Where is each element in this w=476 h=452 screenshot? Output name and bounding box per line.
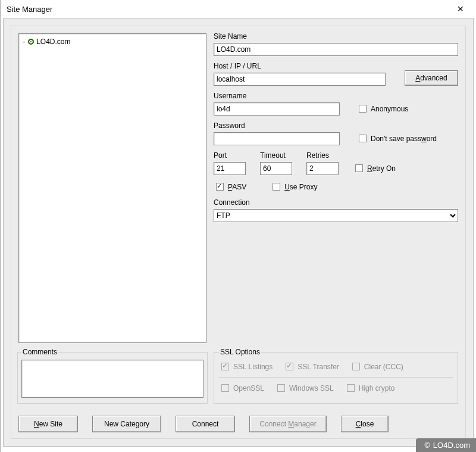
host-input[interactable] — [214, 73, 386, 86]
watermark: © LO4D.com — [416, 438, 476, 452]
retryon-checkbox[interactable] — [355, 164, 363, 172]
connect-button[interactable]: Connect — [176, 416, 235, 432]
highcrypto-checkbox — [347, 384, 355, 392]
dontsave-label: Don't save password — [371, 135, 437, 143]
site-icon — [28, 39, 34, 45]
port-label: Port — [214, 151, 246, 160]
ssl-listings-checkbox — [221, 363, 229, 370]
comments-legend: Comments — [21, 348, 58, 356]
winssl-checkbox — [277, 384, 285, 392]
comments-fieldset: Comments — [17, 348, 208, 404]
port-input[interactable] — [214, 162, 246, 175]
ssl-transfer-label: SSL Transfer — [298, 363, 339, 371]
site-tree[interactable]: ···· LO4D.com — [18, 33, 206, 343]
username-label: Username — [214, 92, 340, 100]
password-label: Password — [214, 121, 340, 130]
retries-input[interactable] — [306, 162, 339, 175]
comments-textarea[interactable] — [21, 360, 203, 398]
ssl-fieldset: SSL Options SSL Listings SSL Transfer Cl… — [214, 348, 458, 404]
copyright-icon: © — [424, 441, 430, 450]
connection-label: Connection — [214, 198, 458, 207]
anonymous-label: Anonymous — [371, 105, 408, 113]
retries-label: Retries — [306, 151, 339, 160]
password-input[interactable] — [214, 132, 340, 145]
ssl-clear-label: Clear (CCC) — [364, 363, 403, 371]
ssl-clear-checkbox — [352, 363, 360, 370]
useproxy-checkbox[interactable] — [273, 183, 280, 191]
pasv-checkbox[interactable] — [216, 183, 224, 191]
close-icon[interactable]: ✕ — [449, 4, 472, 14]
retryon-label: Retry On — [367, 164, 396, 173]
host-label: Host / IP / URL — [214, 62, 386, 70]
window-title: Site Manager — [7, 5, 52, 14]
details-pane: Site Name Host / IP / URL Advanced Usern… — [214, 32, 458, 228]
ssl-transfer-checkbox — [286, 363, 293, 370]
useproxy-label: Use Proxy — [284, 183, 317, 191]
tree-item-label: LO4D.com — [36, 38, 70, 46]
dontsave-checkbox[interactable] — [359, 135, 367, 142]
tree-item[interactable]: ···· LO4D.com — [23, 38, 202, 46]
timeout-input[interactable] — [260, 162, 292, 175]
button-bar: New Site New Category Connect Connect Ma… — [18, 416, 458, 432]
highcrypto-label: High crypto — [359, 384, 395, 392]
titlebar: Site Manager ✕ — [1, 0, 476, 18]
openssl-label: OpenSSL — [233, 384, 264, 392]
watermark-text: LO4D.com — [433, 441, 470, 450]
site-name-input[interactable] — [214, 43, 458, 56]
ssl-legend: SSL Options — [219, 348, 261, 356]
advanced-button[interactable]: Advanced — [405, 70, 458, 86]
winssl-label: Windows SSL — [289, 384, 334, 392]
pasv-label: PASV — [228, 183, 246, 191]
new-category-button[interactable]: New Category — [92, 416, 161, 432]
anonymous-checkbox[interactable] — [359, 105, 367, 113]
openssl-checkbox — [221, 384, 229, 392]
site-name-label: Site Name — [214, 32, 458, 40]
tree-connector-icon: ···· — [23, 39, 24, 45]
connection-select[interactable]: FTP — [214, 209, 458, 222]
new-site-button[interactable]: New Site — [18, 416, 78, 432]
connect-manager-button: Connect Manager — [249, 416, 327, 432]
username-input[interactable] — [214, 102, 340, 116]
close-button[interactable]: Close — [341, 416, 389, 432]
ssl-listings-label: SSL Listings — [233, 363, 273, 371]
timeout-label: Timeout — [260, 151, 292, 160]
